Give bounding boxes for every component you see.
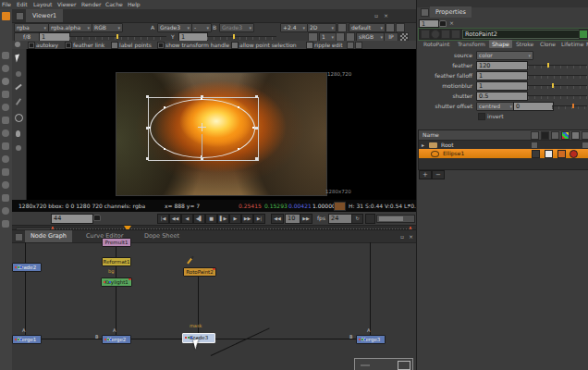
alpha-chip[interactable]: [545, 150, 553, 158]
particles-tool-icon[interactable]: [2, 181, 9, 189]
menu-edit[interactable]: Edit: [17, 1, 28, 8]
motionblur-slider-marker[interactable]: [552, 83, 554, 88]
flipbook-button[interactable]: [365, 214, 375, 224]
add-points-tool-icon[interactable]: [16, 71, 21, 77]
tab-node-graph[interactable]: Node Graph: [25, 230, 72, 242]
viewer-canvas[interactable]: 1280,720 1280x720: [12, 49, 416, 200]
step-forward-button[interactable]: ▌▶: [217, 214, 229, 224]
bbox-handle[interactable]: [255, 95, 258, 98]
pane-menu-icon[interactable]: [421, 8, 429, 17]
color-column-icon[interactable]: [561, 131, 570, 140]
row-link-icon[interactable]: [582, 142, 588, 149]
tab-transform[interactable]: Transform: [455, 40, 488, 48]
bezier-tool-icon[interactable]: [15, 84, 21, 91]
toolsets-icon[interactable]: [2, 220, 9, 228]
node-grade2[interactable]: Grade2: [12, 263, 42, 272]
clone-tool-icon[interactable]: [16, 145, 21, 151]
buffer-a-dropdown[interactable]: Grade3▾: [157, 23, 192, 32]
bbox-handle[interactable]: [255, 157, 258, 160]
shutter-offset-slider-marker[interactable]: [572, 104, 574, 108]
menu-help[interactable]: Help: [128, 1, 141, 8]
ellipse-point[interactable]: [164, 148, 165, 150]
gamma-slider[interactable]: [207, 36, 276, 40]
show-transform-checkbox[interactable]: [157, 42, 165, 49]
feather-falloff-slider[interactable]: [528, 75, 587, 79]
bbox-handle[interactable]: [146, 95, 149, 98]
merge-tool-icon[interactable]: [2, 142, 9, 150]
gain-slider-marker[interactable]: [116, 34, 118, 39]
timeline-scroll-thumb[interactable]: [379, 216, 403, 221]
layer-row-root[interactable]: ▸ Root: [419, 141, 588, 149]
filter-tool-icon[interactable]: [2, 117, 9, 124]
node-merge3[interactable]: Merge3: [356, 335, 386, 344]
goto-start-button[interactable]: |◀: [157, 214, 169, 224]
current-frame-field[interactable]: 44: [51, 214, 93, 224]
goto-end-button[interactable]: ▶|: [253, 214, 265, 224]
time-tool-icon[interactable]: [2, 78, 9, 85]
transform-center-cross[interactable]: [202, 123, 202, 131]
ripple-edit-checkbox[interactable]: [306, 42, 313, 49]
node-merge1[interactable]: Merge1: [12, 335, 42, 344]
lock-column-icon[interactable]: [541, 131, 549, 140]
feather-slider[interactable]: [528, 65, 587, 68]
play-backward-fast-button[interactable]: ◀◀: [169, 214, 181, 224]
rotate-handle[interactable]: [202, 134, 202, 158]
invert-checkbox[interactable]: [478, 113, 485, 120]
tab-dope-sheet[interactable]: Dope Sheet: [139, 230, 185, 242]
play-forward-button[interactable]: ▶: [229, 214, 241, 224]
float-pane-icon[interactable]: ▫: [374, 12, 378, 18]
node-keylight1[interactable]: Keylight1: [101, 278, 132, 287]
feather-link-checkbox[interactable]: [65, 42, 72, 49]
tab-viewer1[interactable]: Viewer1: [26, 9, 63, 22]
dimension-dropdown[interactable]: 2D▾: [307, 23, 337, 32]
source-dropdown[interactable]: color▾: [476, 51, 533, 60]
ellipse-point[interactable]: [201, 98, 202, 100]
skip-forward-button[interactable]: ▶▶: [300, 214, 312, 224]
timeline-scrollbar[interactable]: [376, 215, 415, 223]
lut-set-dropdown[interactable]: default▾: [349, 23, 386, 32]
float-pane-icon[interactable]: ▫: [400, 233, 404, 240]
autokey-checkbox[interactable]: [28, 42, 35, 49]
fps-field[interactable]: 24: [328, 214, 352, 224]
shutter-offset-dropdown[interactable]: centred▾: [476, 102, 515, 111]
draw-tool-icon[interactable]: [2, 65, 9, 72]
pane-menu-icon[interactable]: [15, 233, 23, 241]
tab-lifetime[interactable]: Lifetime: [558, 40, 586, 48]
shutter-slider[interactable]: [528, 95, 587, 99]
gear-icon[interactable]: [15, 42, 20, 47]
display-channel-dropdown[interactable]: RGB▾: [92, 23, 123, 32]
threed-tool-icon[interactable]: [2, 168, 9, 176]
gamma-slider-marker[interactable]: [233, 34, 235, 39]
node-swatch-icon[interactable]: [441, 30, 450, 39]
play-backward-button[interactable]: ◀: [181, 214, 193, 224]
close-pane-icon[interactable]: ×: [409, 233, 413, 240]
keyer-tool-icon[interactable]: [2, 130, 9, 137]
center-node-icon[interactable]: [431, 30, 440, 39]
buffer-b-dropdown[interactable]: Grade3▾: [219, 23, 254, 32]
lock-range-icon[interactable]: [93, 215, 101, 221]
select-tool-icon[interactable]: [15, 55, 21, 63]
matte-chip[interactable]: [570, 150, 578, 158]
step-back-button[interactable]: ◀▌: [193, 214, 205, 224]
graph-minimap[interactable]: [354, 358, 413, 370]
color-tool-icon[interactable]: [2, 104, 9, 111]
menu-layout[interactable]: Layout: [33, 1, 52, 8]
menu-viewer[interactable]: Viewer: [57, 1, 76, 8]
channels-dropdown[interactable]: rgba▾: [14, 23, 49, 32]
menu-render[interactable]: Render: [81, 1, 101, 8]
skip-back-button[interactable]: ◀◀: [271, 214, 284, 224]
motionblur-field[interactable]: 1: [476, 81, 528, 91]
views-tool-icon[interactable]: [2, 194, 9, 202]
image-tool-icon[interactable]: [2, 52, 9, 59]
feather-slider-marker[interactable]: [547, 63, 549, 68]
motionblur-slider[interactable]: [528, 85, 587, 89]
pen-tool-icon[interactable]: [16, 98, 21, 105]
remove-layer-button[interactable]: −: [432, 170, 445, 179]
play-forward-fast-button[interactable]: ▶▶: [241, 214, 253, 224]
tab-shape[interactable]: Shape: [489, 40, 512, 48]
proxy-toggle-icon[interactable]: [396, 23, 405, 32]
close-pane-icon[interactable]: ×: [384, 12, 388, 18]
brush-tool-icon[interactable]: [16, 130, 20, 137]
tab-rotopaint[interactable]: RotoPaint: [421, 40, 452, 48]
channel-tool-icon[interactable]: [2, 91, 9, 98]
